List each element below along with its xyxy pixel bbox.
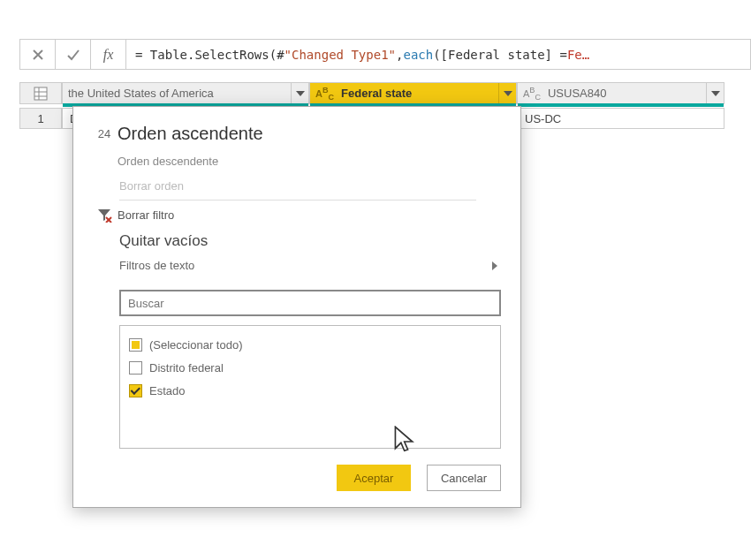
clear-sort-item: Borrar orden [73, 173, 520, 198]
chevron-down-icon [504, 91, 512, 96]
table-icon [34, 87, 48, 101]
formula-mid: , [396, 48, 403, 62]
formula-keyword: each [403, 48, 433, 62]
filter-values-list: (Seleccionar todo) Distrito federal Esta… [119, 325, 501, 449]
checkbox-checked[interactable] [129, 384, 142, 397]
checkbox-indeterminate[interactable] [129, 338, 142, 352]
column-2-filter-button[interactable] [498, 83, 516, 103]
formula-text[interactable]: = Table.SelectRows(# "Changed Type1" , e… [126, 40, 750, 69]
search-input[interactable] [121, 291, 499, 314]
sort-desc-label: Orden descendente [118, 155, 503, 168]
column-header-1[interactable]: the United States of America [62, 82, 309, 104]
filter-search-box[interactable] [119, 290, 501, 316]
clear-filter-label: Borrar filtro [118, 208, 503, 222]
column-3-label: USUSA840 [542, 87, 706, 100]
type-text-icon: ABC [518, 86, 542, 102]
close-icon [31, 48, 45, 62]
sort-asc-badge: 24 [91, 127, 118, 140]
column-3-filter-button[interactable] [706, 83, 724, 103]
commit-formula-button[interactable] [56, 40, 91, 69]
clear-filter-item[interactable]: Borrar filtro [73, 202, 520, 227]
estado-label: Estado [149, 384, 185, 397]
table-select-button[interactable] [19, 82, 62, 104]
chevron-down-icon [296, 91, 305, 96]
chevron-right-icon [492, 261, 497, 270]
column-header-3[interactable]: ABC USUSA840 [517, 82, 724, 104]
check-icon [66, 48, 80, 62]
cell-r1-c3-text: US-DC [525, 112, 561, 125]
type-text-icon: ABC [310, 86, 336, 102]
clear-filter-icon [91, 207, 118, 223]
column-2-label: Federal state [336, 87, 498, 100]
column-3-quality-bar [518, 103, 724, 107]
remove-empty-item[interactable]: Quitar vacíos [119, 227, 520, 254]
fx-button[interactable]: fx [91, 40, 126, 69]
clear-sort-label: Borrar orden [119, 179, 503, 193]
header-row: the United States of America ABC Federal… [19, 82, 733, 104]
sort-ascending-item[interactable]: 24 Orden ascendente [73, 119, 520, 148]
column-1-label: the United States of America [63, 87, 291, 100]
select-all-item[interactable]: (Seleccionar todo) [129, 333, 491, 356]
divider [119, 200, 476, 201]
cancel-button[interactable]: Cancelar [427, 465, 501, 491]
text-filters-label: Filtros de texto [119, 259, 194, 272]
svg-rect-0 [34, 87, 47, 100]
text-filters-item[interactable]: Filtros de texto [119, 254, 520, 277]
formula-prefix: = Table.SelectRows(# [135, 48, 284, 62]
estado-item[interactable]: Estado [129, 379, 491, 402]
formula-truncated: Fe… [567, 48, 589, 62]
formula-bar: fx = Table.SelectRows(# "Changed Type1" … [19, 39, 751, 70]
distrito-federal-item[interactable]: Distrito federal [129, 356, 491, 379]
select-all-label: (Seleccionar todo) [149, 338, 243, 352]
checkbox-unchecked[interactable] [129, 361, 142, 375]
cell-r1-c3[interactable]: US-DC [517, 108, 724, 129]
row-number[interactable]: 1 [19, 108, 62, 129]
ok-button[interactable]: Aceptar [337, 465, 411, 491]
ok-label: Aceptar [354, 472, 394, 485]
cancel-label: Cancelar [441, 472, 487, 485]
cancel-formula-button[interactable] [20, 40, 56, 69]
sort-asc-label: Orden ascendente [118, 124, 503, 144]
formula-string: "Changed Type1" [284, 48, 396, 62]
formula-tail: ([Federal state] = [433, 48, 567, 62]
chevron-down-icon [711, 91, 720, 96]
distrito-label: Distrito federal [149, 361, 224, 375]
dropdown-buttons: Aceptar Cancelar [73, 458, 520, 495]
filter-dropdown: 24 Orden ascendente Orden descendente Bo… [72, 106, 521, 508]
column-1-filter-button[interactable] [291, 83, 308, 103]
sort-descending-item[interactable]: Orden descendente [73, 148, 520, 173]
column-header-2[interactable]: ABC Federal state [309, 82, 517, 104]
